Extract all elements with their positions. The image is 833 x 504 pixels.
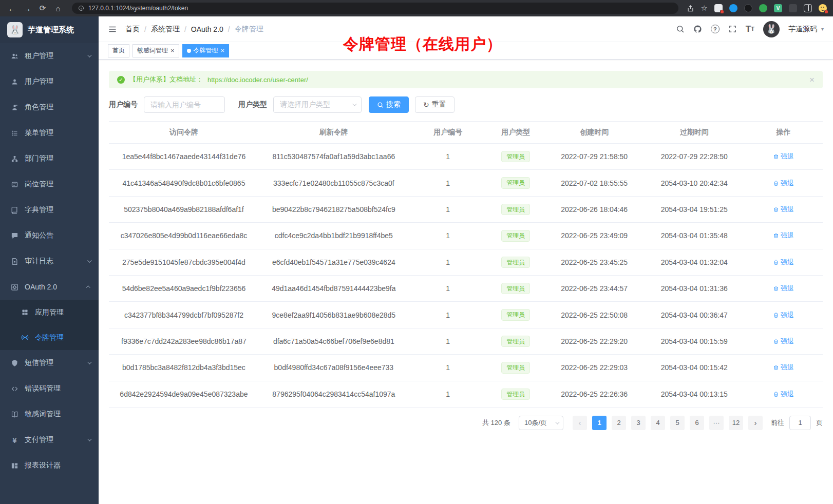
vue-devtools-icon[interactable]: V	[774, 4, 782, 12]
user-id-cell: 1	[409, 249, 487, 275]
page-button-6[interactable]: 6	[690, 416, 704, 430]
force-logout-button[interactable]: 强退	[773, 231, 794, 240]
sidebar-item-dept[interactable]: 部门管理	[0, 146, 99, 171]
force-logout-button[interactable]: 强退	[773, 179, 794, 188]
fullscreen-icon[interactable]	[728, 25, 737, 33]
next-page-button[interactable]: ›	[748, 416, 763, 430]
home-icon[interactable]: ⌂	[52, 3, 64, 14]
page-button-3[interactable]: 3	[631, 416, 646, 430]
sidebar-item-error-code[interactable]: 错误码管理	[0, 376, 99, 401]
extension-red-icon[interactable]	[714, 4, 723, 12]
search-button[interactable]: 搜索	[369, 96, 409, 113]
force-logout-button[interactable]: 强退	[773, 311, 794, 320]
sidebar-item-sms[interactable]: 短信管理	[0, 350, 99, 376]
address-bar[interactable]: 127.0.0.1:1024/system/oauth2/token	[72, 3, 678, 14]
font-size-icon[interactable]: TT	[746, 25, 754, 33]
expire-time-cell: 2054-03-04 19:51:25	[644, 196, 744, 222]
force-logout-button[interactable]: 强退	[773, 363, 794, 372]
page-button-2[interactable]: 2	[612, 416, 626, 430]
back-icon[interactable]: ←	[6, 3, 17, 14]
sidebar-item-pay[interactable]: ¥ 支付管理	[0, 427, 99, 453]
app-logo[interactable]: 🐰 芋道管理系统	[0, 16, 99, 43]
search-icon[interactable]	[676, 25, 685, 33]
sidebar-item-role[interactable]: 角色管理	[0, 94, 99, 120]
chevron-down-icon[interactable]: ▾	[821, 26, 824, 32]
create-time-cell: 2022-06-25 22:29:03	[544, 355, 645, 381]
tab-home[interactable]: 首页	[108, 44, 129, 57]
hamburger-menu-icon[interactable]	[108, 25, 117, 34]
tenant-icon	[10, 52, 19, 60]
help-icon[interactable]: ?	[711, 25, 720, 33]
page-button-5[interactable]: 5	[670, 416, 685, 430]
github-icon[interactable]	[693, 25, 702, 33]
breadcrumb-item[interactable]: OAuth 2.0	[191, 25, 223, 33]
sidebar-item-notice[interactable]: 通知公告	[0, 223, 99, 248]
close-icon[interactable]: ×	[221, 47, 225, 54]
page-more-button[interactable]: ···	[709, 416, 724, 430]
extension-green-icon[interactable]	[759, 4, 767, 12]
role-icon	[10, 104, 19, 111]
force-logout-button[interactable]: 强退	[773, 205, 794, 214]
sidebar-item-menu[interactable]: 菜单管理	[0, 120, 99, 146]
page-button-12[interactable]: 12	[729, 416, 743, 430]
profile-avatar-icon[interactable]	[819, 4, 827, 12]
tab-sensitive-word[interactable]: 敏感词管理 ×	[132, 44, 179, 57]
breadcrumb: 首页 / 系统管理 / OAuth 2.0 / 令牌管理	[125, 25, 263, 34]
extension-black-icon[interactable]	[744, 4, 752, 12]
sidebar-item-app-manage[interactable]: 应用管理	[0, 300, 99, 325]
action-cell: 强退	[744, 223, 823, 249]
breadcrumb-item[interactable]: 系统管理	[151, 25, 180, 34]
split-screen-icon[interactable]	[804, 4, 812, 12]
site-info-icon[interactable]	[78, 5, 84, 11]
user-type-badge: 管理员	[501, 151, 530, 162]
sidebar-item-token-manage[interactable]: 令牌管理	[0, 325, 99, 350]
create-time-cell: 2022-07-02 18:55:55	[544, 170, 645, 196]
force-logout-button[interactable]: 强退	[773, 337, 794, 346]
extension-blue-icon[interactable]	[729, 4, 737, 12]
goto-page-input[interactable]	[789, 416, 811, 430]
create-time-cell: 2022-06-25 23:45:25	[544, 249, 645, 275]
tab-token-manage[interactable]: 令牌管理 ×	[182, 44, 230, 57]
user-name[interactable]: 芋道源码	[788, 25, 817, 34]
force-logout-button[interactable]: 强退	[773, 258, 794, 267]
access-token-cell: c347026e805e4d99b0d116eae66eda8c	[109, 223, 259, 249]
avatar[interactable]: 🐰	[763, 21, 780, 37]
force-logout-button[interactable]: 强退	[773, 152, 794, 161]
user-type-label: 用户类型	[238, 100, 267, 109]
prev-page-button[interactable]: ‹	[573, 416, 587, 430]
close-icon[interactable]: ×	[809, 75, 815, 84]
reset-button[interactable]: ↻ 重置	[415, 96, 455, 113]
sidebar-item-oauth[interactable]: OAuth 2.0	[0, 274, 99, 300]
forward-icon[interactable]: →	[22, 3, 33, 14]
sidebar-item-dict[interactable]: 字典管理	[0, 197, 99, 223]
close-icon[interactable]: ×	[171, 47, 175, 54]
token-icon	[21, 334, 29, 341]
doc-link[interactable]: https://doc.iocoder.cn/user-center/	[207, 76, 308, 84]
reload-icon[interactable]: ⟳	[37, 3, 48, 14]
sidebar-item-post[interactable]: 岗位管理	[0, 171, 99, 197]
force-logout-button[interactable]: 强退	[773, 390, 794, 399]
breadcrumb-item[interactable]: 首页	[125, 25, 140, 34]
sidebar-item-user[interactable]: 用户管理	[0, 69, 99, 94]
sidebar-item-audit-log[interactable]: 审计日志	[0, 248, 99, 274]
user-type-select[interactable]: 请选择用户类型	[273, 96, 362, 113]
col-access-token: 访问令牌	[109, 122, 259, 144]
share-icon[interactable]	[687, 5, 694, 12]
action-cell: 强退	[744, 328, 823, 354]
sidebar-item-tenant[interactable]: 租户管理	[0, 43, 99, 69]
sidebar-item-report-designer[interactable]: 报表设计器	[0, 453, 99, 478]
user-type-cell: 管理员	[487, 275, 544, 301]
sidebar-item-sensitive-word[interactable]: 敏感词管理	[0, 401, 99, 427]
user-id-input[interactable]	[144, 96, 225, 113]
bookmark-star-icon[interactable]: ☆	[701, 4, 708, 13]
force-logout-button[interactable]: 强退	[773, 284, 794, 293]
search-button-label: 搜索	[386, 100, 401, 109]
page-button-1[interactable]: 1	[592, 416, 607, 430]
extension-dark-icon[interactable]	[789, 4, 797, 12]
report-icon	[10, 462, 19, 470]
sidebar-item-label: 短信管理	[25, 358, 53, 367]
access-token-cell: 275e5de9151045fe87cbdc395e004f4d	[109, 249, 259, 275]
page-size-select[interactable]: 10条/页	[519, 416, 563, 430]
sidebar: 🐰 芋道管理系统 租户管理 用户管理 角色管理 菜单管理 部门管理 岗位管理	[0, 16, 99, 504]
page-button-4[interactable]: 4	[651, 416, 665, 430]
